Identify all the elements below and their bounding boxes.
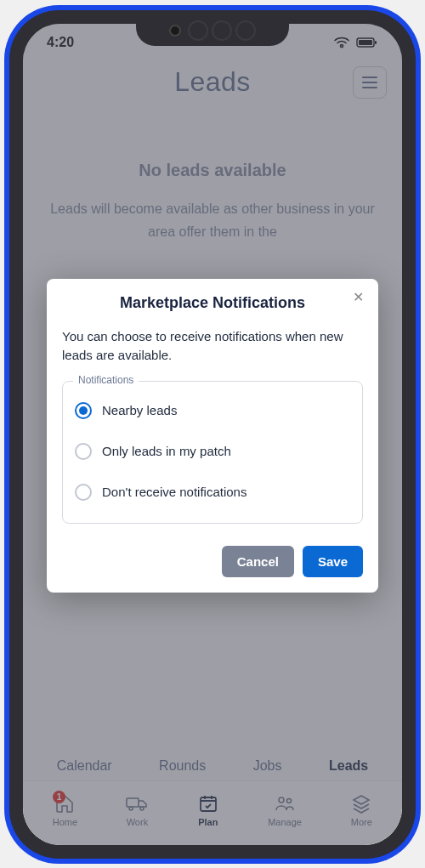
notch [136,15,289,46]
radio-option-nearby[interactable]: Nearby leads [75,394,350,434]
save-button[interactable]: Save [303,546,363,577]
front-camera-icon [169,25,181,37]
radio-icon [75,443,92,460]
radio-label: Nearby leads [102,403,177,417]
radio-label: Only leads in my patch [102,444,231,458]
radio-icon [75,402,92,419]
phone-bezel: 4:20 Leads No [9,10,416,859]
radio-option-patch[interactable]: Only leads in my patch [75,434,350,475]
radio-label: Don't receive notifications [102,485,246,499]
phone-frame: 4:20 Leads No [4,5,421,864]
radio-icon [75,484,92,501]
radio-option-none[interactable]: Don't receive notifications [75,475,350,516]
notifications-modal: ✕ Marketplace Notifications You can choo… [47,279,378,593]
modal-actions: Cancel Save [62,546,363,577]
notifications-fieldset: Notifications Nearby leads Only leads in… [62,381,363,524]
close-button[interactable]: ✕ [348,287,368,308]
close-icon: ✕ [353,289,364,305]
fieldset-legend: Notifications [73,374,139,386]
cancel-button[interactable]: Cancel [222,546,294,577]
modal-description: You can choose to receive notifications … [62,327,363,366]
screen: 4:20 Leads No [23,24,402,845]
modal-title: Marketplace Notifications [62,294,363,312]
